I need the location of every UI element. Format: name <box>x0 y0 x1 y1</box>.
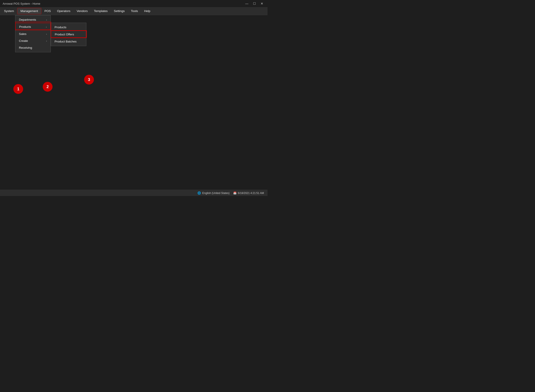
dropdown-create[interactable]: Create › <box>15 37 51 44</box>
dropdown-receiving[interactable]: Receiving <box>15 44 51 51</box>
dropdown-sales[interactable]: Sales › <box>15 30 51 37</box>
main-content: Departments › Products › Sales › Create … <box>0 15 268 190</box>
menu-bar: System Management POS Operators Vendors … <box>0 7 268 15</box>
dropdown-products[interactable]: Products › <box>15 23 51 30</box>
chevron-right-icon: › <box>46 33 47 35</box>
submenu-product-offers[interactable]: Product Offers <box>51 31 86 38</box>
close-button[interactable]: ✕ <box>259 1 265 6</box>
menu-system[interactable]: System <box>1 8 17 14</box>
menu-help[interactable]: Help <box>141 8 154 14</box>
network-icon: 🌐 <box>197 191 201 195</box>
products-submenu: Products Product Offers Product Batches <box>51 23 86 46</box>
window-controls: — ☐ ✕ <box>244 1 265 6</box>
management-dropdown: Departments › Products › Sales › Create … <box>15 15 51 52</box>
submenu-products[interactable]: Products <box>51 24 86 31</box>
menu-vendors[interactable]: Vendors <box>73 8 91 14</box>
annotation-2: 2 <box>43 82 52 92</box>
menu-operators[interactable]: Operators <box>54 8 73 14</box>
menu-settings[interactable]: Settings <box>111 8 128 14</box>
language-status: 🌐 English (United States) <box>197 191 230 195</box>
maximize-button[interactable]: ☐ <box>251 1 257 6</box>
chevron-right-icon: › <box>46 26 47 28</box>
submenu-product-batches[interactable]: Product Batches <box>51 38 86 45</box>
chevron-right-icon: › <box>46 40 47 42</box>
datetime-status: 📅 6/18/2021 4:21:51 AM <box>233 191 264 195</box>
calendar-icon: 📅 <box>233 191 237 195</box>
title-text: Arrowat POS System - Home <box>3 2 40 5</box>
title-bar: Arrowat POS System - Home — ☐ ✕ <box>0 0 268 7</box>
minimize-button[interactable]: — <box>244 1 250 6</box>
chevron-right-icon: › <box>46 19 47 21</box>
status-bar: 🌐 English (United States) 📅 6/18/2021 4:… <box>0 190 268 196</box>
annotation-1: 1 <box>13 84 23 94</box>
menu-management[interactable]: Management <box>17 8 41 14</box>
dropdown-departments[interactable]: Departments › <box>15 16 51 23</box>
annotation-3: 3 <box>84 75 94 84</box>
menu-templates[interactable]: Templates <box>91 8 111 14</box>
menu-pos[interactable]: POS <box>41 8 54 14</box>
menu-tools[interactable]: Tools <box>128 8 141 14</box>
